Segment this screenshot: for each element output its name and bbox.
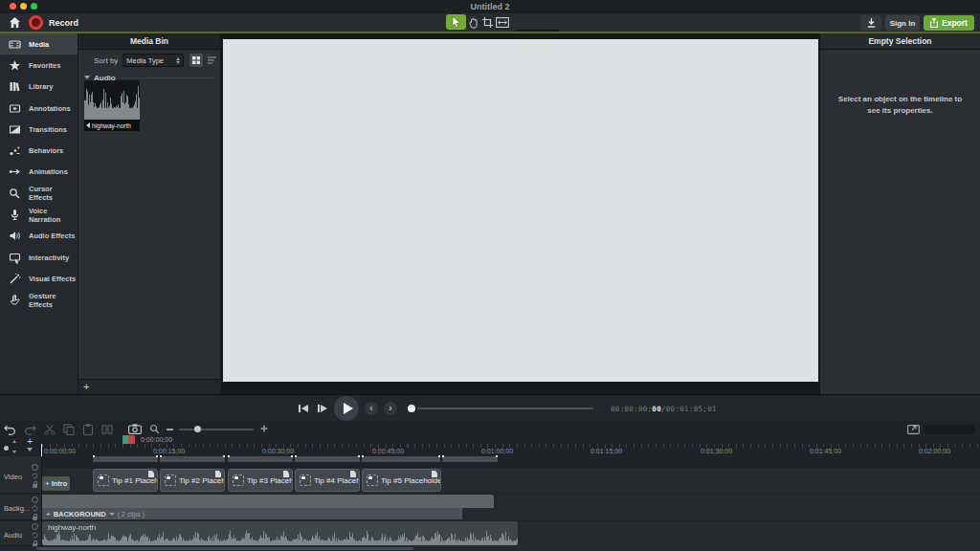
stepper-icon [176, 57, 180, 64]
timeline-zoom-slider[interactable] [179, 429, 254, 430]
track-visibility-icon[interactable] [32, 523, 38, 530]
copy-button[interactable] [63, 424, 77, 435]
expand-group-icon[interactable]: + [46, 510, 51, 518]
timeline-zoom-out-button[interactable] [167, 429, 173, 430]
export-button[interactable]: Export [924, 15, 974, 31]
play-button[interactable] [334, 396, 359, 421]
crop-tool-button[interactable] [481, 16, 493, 29]
sidebar-item-cursor-effects[interactable]: Cursor Effects [0, 183, 78, 204]
audio-waveform [42, 530, 518, 545]
sidebar-item-audio-effects[interactable]: Audio Effects [0, 226, 78, 247]
clip-background-group-bar[interactable]: + BACKGROUND ( 2 clips ) [42, 508, 462, 519]
sidebar-item-gesture-effects[interactable]: Gesture Effects [0, 290, 78, 311]
sidebar-item-interactivity[interactable]: Interactivity [0, 247, 78, 268]
track-loop-icon[interactable] [32, 505, 38, 512]
track-loop-icon[interactable] [32, 532, 38, 539]
home-icon[interactable] [9, 16, 21, 29]
collapsed-clip[interactable] [160, 456, 225, 462]
timeline-zoom-in-button[interactable] [260, 425, 268, 432]
paste-button[interactable] [82, 424, 96, 435]
track-controls[interactable] [32, 464, 38, 488]
gesture-hand-icon [9, 294, 21, 306]
track-controls[interactable] [32, 496, 38, 520]
previous-clip-button[interactable]: ‹ [365, 402, 378, 415]
thumbnail-view-button[interactable] [189, 54, 203, 67]
star-icon [9, 59, 21, 72]
track-loop-icon[interactable] [32, 473, 38, 479]
annotation-icon [9, 102, 21, 115]
clip-background-body[interactable] [42, 495, 494, 508]
collapsed-clip[interactable] [362, 456, 440, 462]
detach-timeline-button[interactable] [907, 424, 921, 435]
track-controls[interactable] [32, 523, 38, 547]
timeline-ruler[interactable]: 0:00:00;00 0:00:15;00 0:00:30;00 0:00:45… [42, 444, 980, 455]
record-button[interactable]: Record [29, 15, 78, 30]
timeline-minimap[interactable] [924, 425, 974, 434]
step-forward-triangle [321, 405, 327, 412]
playhead-out-handle[interactable] [128, 435, 135, 444]
clip-tip-1[interactable]: Tip #1 Placeholder [93, 469, 158, 492]
sidebar-item-voice-narration[interactable]: Voice Narration [0, 204, 78, 225]
add-track-button[interactable]: + [27, 435, 33, 447]
sidebar-item-label: Audio Effects [29, 231, 75, 240]
clip-tip-5[interactable]: Tip #5 Placeholder [362, 469, 441, 492]
track-header-video[interactable]: Video [0, 456, 42, 494]
next-clip-button[interactable]: › [384, 402, 397, 415]
sidebar-item-favorites[interactable]: Favorites [0, 55, 78, 76]
scrubber-handle[interactable] [408, 405, 415, 412]
track-header-audio[interactable]: Audio [0, 521, 42, 546]
undo-button[interactable] [4, 424, 17, 435]
track-lock-icon[interactable] [33, 484, 37, 488]
pan-tool-button[interactable] [468, 16, 479, 29]
timeline-scrollbar-thumb[interactable] [36, 547, 413, 550]
collapse-tracks-icon[interactable] [27, 448, 33, 452]
sidebar-item-media[interactable]: Media [0, 33, 78, 55]
clip-highway-north[interactable]: highway-north [42, 521, 518, 545]
clip-tip-2[interactable]: Tip #2 Placeholder [160, 469, 225, 492]
cut-button[interactable] [44, 424, 57, 435]
scale-to-fit-button[interactable] [495, 16, 509, 29]
clip-tip-3[interactable]: Tip #3 Placeholder [228, 469, 293, 492]
track-visibility-icon[interactable] [32, 464, 38, 471]
ruler-label: 0:00:00;00 [44, 448, 76, 454]
sidebar-item-visual-effects[interactable]: Visual Effects [0, 268, 78, 289]
track-scroll-down-icon[interactable] [12, 451, 16, 453]
expand-group-icon[interactable]: + [45, 479, 50, 488]
ruler-label: 0:00:30;00 [262, 448, 294, 454]
step-forward-button[interactable] [315, 402, 329, 415]
split-button[interactable] [101, 424, 115, 435]
list-view-button[interactable] [205, 54, 218, 67]
collapsed-clip[interactable] [228, 456, 293, 462]
track-visibility-icon[interactable] [32, 496, 38, 503]
step-back-button[interactable] [296, 402, 310, 415]
marker-dot-icon[interactable] [4, 446, 9, 451]
track-scroll-up-icon[interactable] [12, 440, 16, 443]
chevron-left-icon: ‹ [369, 403, 372, 413]
select-tool-button[interactable] [446, 14, 466, 30]
sidebar-item-transitions[interactable]: Transitions [0, 119, 78, 140]
collapsed-clip[interactable] [93, 456, 158, 462]
sidebar-item-behaviors[interactable]: Behaviors [0, 140, 78, 161]
scale-to-fit-icon [496, 17, 509, 28]
download-button[interactable] [860, 15, 881, 31]
add-media-button[interactable]: + [83, 381, 89, 392]
clip-tip-4[interactable]: Tip #4 Placeholder [295, 469, 360, 492]
track-lock-icon[interactable] [33, 517, 37, 520]
sidebar-item-label: Animations [29, 167, 68, 176]
clip-intro[interactable]: + Intro [42, 476, 70, 491]
camera-capture-button[interactable] [128, 424, 142, 435]
collapsed-clip[interactable] [295, 456, 360, 462]
sign-in-button[interactable]: Sign In [885, 15, 920, 31]
sidebar-item-library[interactable]: Library [0, 77, 78, 98]
sort-by-dropdown[interactable]: Media Type [122, 54, 184, 67]
sidebar-item-animations[interactable]: Animations [0, 162, 78, 183]
ruler-label: 0:01:15;00 [590, 448, 622, 454]
sidebar-item-annotations[interactable]: Annotations [0, 98, 78, 119]
canvas-stage[interactable] [223, 39, 818, 382]
collapsed-clip[interactable] [442, 456, 498, 462]
scrubber-track[interactable] [417, 408, 593, 409]
redo-button[interactable] [24, 424, 37, 435]
media-clip-highway-north[interactable]: highway-north [84, 80, 140, 131]
timeline-zoom-slider-handle[interactable] [194, 426, 201, 432]
track-header-background[interactable]: Backg... [0, 495, 42, 520]
